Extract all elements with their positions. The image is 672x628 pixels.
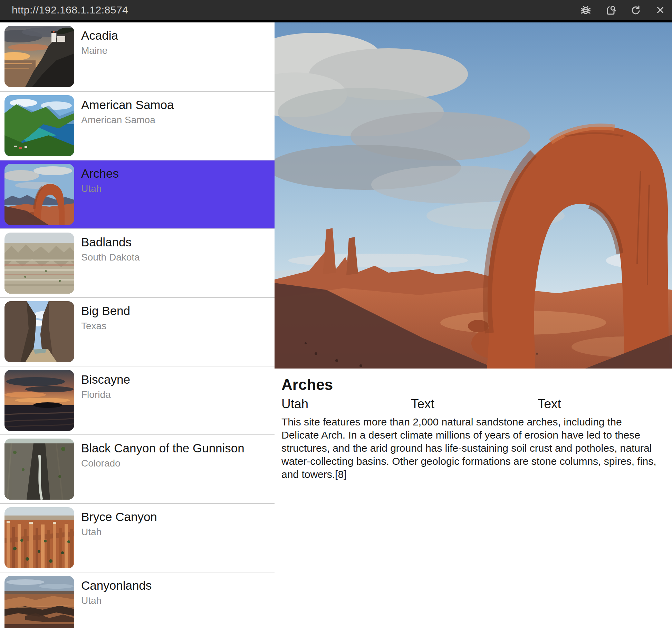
park-info: Black Canyon of the Gunnison Colorado	[81, 435, 244, 469]
park-info: Big Bend Texas	[81, 298, 130, 332]
park-name: Acadia	[81, 29, 118, 42]
park-photo-delicate-arch	[275, 22, 672, 369]
list-item-acadia[interactable]: Acadia Maine	[0, 22, 275, 91]
list-item-big-bend[interactable]: Big Bend Texas	[0, 297, 275, 366]
park-info: Biscayne Florida	[81, 366, 130, 400]
park-name: Big Bend	[81, 304, 130, 318]
park-info: Canyonlands Utah	[81, 572, 152, 606]
detail-panel: Arches Utah Text Text This site features…	[281, 369, 665, 481]
park-thumbnail	[4, 26, 74, 87]
close-icon[interactable]	[654, 4, 666, 16]
park-state: American Samoa	[81, 115, 174, 126]
app-window: http://192.168.1.12:8574	[0, 0, 672, 628]
park-state: Maine	[81, 45, 118, 56]
titlebar: http://192.168.1.12:8574	[0, 0, 672, 22]
park-thumbnail	[4, 95, 74, 156]
park-state: Utah	[81, 595, 152, 606]
park-name: Biscayne	[81, 373, 130, 386]
park-thumbnail	[4, 233, 74, 294]
bug-icon[interactable]	[579, 4, 592, 16]
address-bar[interactable]: http://192.168.1.12:8574	[12, 4, 128, 16]
titlebar-icons	[579, 4, 666, 16]
park-thumbnail	[4, 439, 74, 500]
park-name: Arches	[81, 167, 119, 180]
park-name: Badlands	[81, 235, 140, 249]
park-info: Badlands South Dakota	[81, 229, 140, 263]
park-info: American Samoa American Samoa	[81, 92, 174, 126]
park-info: Acadia Maine	[81, 22, 118, 56]
list-item-american-samoa[interactable]: American Samoa American Samoa	[0, 91, 275, 160]
refresh-icon[interactable]	[629, 4, 642, 16]
park-name: Canyonlands	[81, 579, 152, 592]
parks-list[interactable]: Acadia Maine	[0, 22, 275, 628]
park-name: Black Canyon of the Gunnison	[81, 441, 244, 455]
park-info: Bryce Canyon Utah	[81, 504, 157, 538]
page-inspect-icon[interactable]	[604, 4, 617, 16]
detail-meta-text-1: Text	[411, 397, 538, 411]
park-state: Utah	[81, 183, 119, 194]
park-state: Florida	[81, 389, 130, 400]
park-info: Arches Utah	[81, 160, 119, 194]
detail-meta-text-2: Text	[538, 397, 561, 411]
detail-description: This site features more than 2,000 natur…	[281, 415, 660, 481]
list-item-arches[interactable]: Arches Utah	[0, 160, 275, 228]
list-item-badlands[interactable]: Badlands South Dakota	[0, 228, 275, 297]
detail-title: Arches	[281, 376, 665, 393]
park-thumbnail	[4, 370, 74, 431]
park-state: Utah	[81, 527, 157, 538]
park-state: Colorado	[81, 458, 244, 469]
park-thumbnail	[4, 164, 74, 225]
park-thumbnail	[4, 507, 74, 568]
park-thumbnail	[4, 301, 74, 362]
park-state: South Dakota	[81, 252, 140, 263]
detail-state: Utah	[281, 397, 411, 411]
list-item-black-canyon[interactable]: Black Canyon of the Gunnison Colorado	[0, 434, 275, 503]
park-state: Texas	[81, 321, 130, 332]
list-item-canyonlands[interactable]: Canyonlands Utah	[0, 572, 275, 628]
list-item-bryce-canyon[interactable]: Bryce Canyon Utah	[0, 503, 275, 572]
park-name: Bryce Canyon	[81, 510, 157, 524]
list-item-biscayne[interactable]: Biscayne Florida	[0, 366, 275, 434]
park-thumbnail	[4, 576, 74, 628]
detail-meta-row: Utah Text Text	[281, 397, 665, 411]
park-name: American Samoa	[81, 98, 174, 112]
